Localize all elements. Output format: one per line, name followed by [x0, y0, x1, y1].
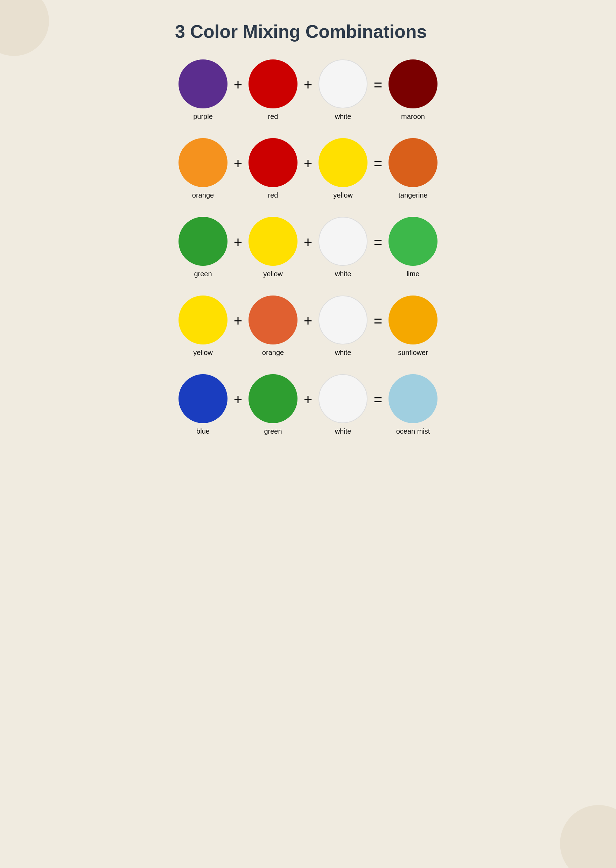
color-circle-white [319, 60, 368, 108]
color-item-2-1: orange [179, 138, 228, 199]
decorative-blob-bottom-right [560, 805, 616, 868]
color-item-1-4: maroon [388, 60, 437, 121]
color-item-5-1: blue [179, 374, 228, 436]
color-circle-yellow [319, 138, 368, 187]
color-circle-ocean mist [388, 374, 437, 423]
color-item-4-2: orange [248, 296, 297, 357]
plus-operator-2-1: + [234, 155, 242, 172]
page-title: 3 Color Mixing Combinations [168, 21, 448, 42]
color-circle-tangerine [388, 138, 437, 187]
plus-operator-1-2: + [304, 77, 313, 93]
color-label-sunflower: sunflower [398, 349, 428, 357]
color-item-1-3: white [319, 60, 368, 121]
color-label-orange: orange [262, 349, 284, 357]
color-circle-yellow [179, 296, 228, 345]
color-item-3-3: white [319, 217, 368, 278]
color-label-blue: blue [196, 427, 210, 436]
color-label-white: white [335, 427, 351, 436]
combination-row-5: blue+green+white=ocean mist [171, 374, 445, 436]
color-circle-sunflower [388, 296, 437, 345]
color-label-tangerine: tangerine [398, 191, 427, 199]
plus-operator-4-2: + [304, 313, 313, 329]
color-label-red: red [268, 113, 278, 121]
color-circle-yellow [248, 217, 297, 266]
page-container: 3 Color Mixing Combinations purple+red+w… [154, 0, 462, 464]
color-item-5-4: ocean mist [388, 374, 437, 436]
color-item-4-3: white [319, 296, 368, 357]
combinations-list: purple+red+white=maroonorange+red+yellow… [168, 60, 448, 436]
color-circle-maroon [388, 60, 437, 108]
color-circle-green [248, 374, 297, 423]
combination-row-2: orange+red+yellow=tangerine [171, 138, 445, 199]
combination-row-1: purple+red+white=maroon [171, 60, 445, 121]
color-circle-red [248, 138, 297, 187]
color-label-red: red [268, 191, 278, 199]
plus-operator-3-1: + [234, 234, 242, 251]
color-circle-purple [179, 60, 228, 108]
color-label-orange: orange [192, 191, 214, 199]
color-label-yellow: yellow [263, 270, 283, 278]
color-item-5-3: white [319, 374, 368, 436]
color-item-5-2: green [248, 374, 297, 436]
color-label-white: white [335, 270, 351, 278]
equals-operator-3: = [374, 234, 383, 251]
color-item-1-2: red [248, 60, 297, 121]
color-label-lime: lime [407, 270, 420, 278]
color-item-3-1: green [179, 217, 228, 278]
equals-operator-5: = [374, 391, 383, 408]
color-label-ocean mist: ocean mist [396, 427, 430, 436]
equals-operator-2: = [374, 155, 383, 172]
color-item-2-4: tangerine [388, 138, 437, 199]
color-circle-green [179, 217, 228, 266]
color-circle-orange [179, 138, 228, 187]
color-circle-orange [248, 296, 297, 345]
equals-operator-4: = [374, 313, 383, 329]
color-label-green: green [194, 270, 212, 278]
color-item-2-3: yellow [319, 138, 368, 199]
plus-operator-1-1: + [234, 77, 242, 93]
combination-row-3: green+yellow+white=lime [171, 217, 445, 278]
color-item-4-4: sunflower [388, 296, 437, 357]
color-item-2-2: red [248, 138, 297, 199]
color-circle-white [319, 217, 368, 266]
color-label-yellow: yellow [193, 349, 213, 357]
plus-operator-5-1: + [234, 391, 242, 408]
color-item-3-2: yellow [248, 217, 297, 278]
color-label-white: white [335, 113, 351, 121]
color-circle-blue [179, 374, 228, 423]
color-label-green: green [264, 427, 282, 436]
combination-row-4: yellow+orange+white=sunflower [171, 296, 445, 357]
color-circle-lime [388, 217, 437, 266]
decorative-blob-top-left [0, 0, 49, 56]
color-item-1-1: purple [179, 60, 228, 121]
color-label-purple: purple [193, 113, 213, 121]
plus-operator-5-2: + [304, 391, 313, 408]
plus-operator-3-2: + [304, 234, 313, 251]
color-circle-white [319, 374, 368, 423]
color-label-maroon: maroon [401, 113, 425, 121]
plus-operator-2-2: + [304, 155, 313, 172]
equals-operator-1: = [374, 77, 383, 93]
plus-operator-4-1: + [234, 313, 242, 329]
color-item-4-1: yellow [179, 296, 228, 357]
color-label-yellow: yellow [333, 191, 353, 199]
color-circle-white [319, 296, 368, 345]
color-label-white: white [335, 349, 351, 357]
color-circle-red [248, 60, 297, 108]
color-item-3-4: lime [388, 217, 437, 278]
